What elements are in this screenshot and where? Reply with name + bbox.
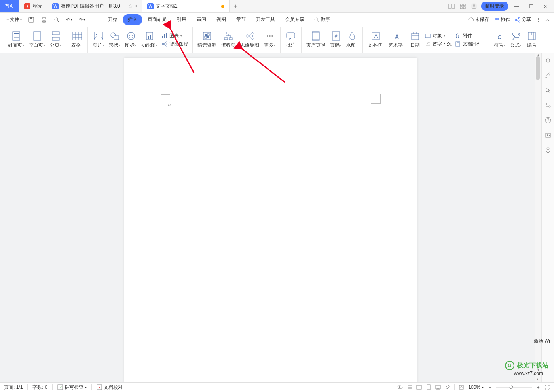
docres-button[interactable]: 稻壳资源 bbox=[195, 30, 219, 49]
svg-text:A: A bbox=[374, 33, 377, 39]
draft-view-icon[interactable] bbox=[445, 384, 450, 390]
tab-pdf-readonly-icon: ⎙ bbox=[129, 4, 131, 9]
read-view-icon[interactable] bbox=[416, 384, 422, 390]
tab-pdf-close[interactable]: ✕ bbox=[134, 4, 137, 9]
avatar-icon[interactable] bbox=[470, 2, 478, 10]
help-icon[interactable]: ? bbox=[544, 116, 552, 124]
page-break-button[interactable]: 分页▾ bbox=[47, 30, 64, 49]
tab-devtools[interactable]: 开发工具 bbox=[251, 14, 280, 25]
more-menu[interactable]: ⋮ bbox=[536, 17, 541, 23]
date-button[interactable]: 日期 bbox=[407, 30, 423, 49]
web-view-icon[interactable] bbox=[435, 384, 441, 390]
collapse-ribbon[interactable]: ︿ bbox=[545, 16, 550, 23]
chart-button[interactable]: 图表▾ bbox=[161, 32, 188, 39]
attachment-button[interactable]: 附件 bbox=[455, 32, 485, 39]
fit-icon[interactable] bbox=[459, 384, 464, 390]
textbox-button[interactable]: A文本框▾ bbox=[365, 30, 386, 49]
tab-layout[interactable]: 页面布局 bbox=[143, 14, 171, 25]
tab-home[interactable]: 首页 bbox=[0, 0, 19, 12]
zoom-slider[interactable] bbox=[496, 384, 532, 390]
tab-vip[interactable]: 会员专享 bbox=[281, 14, 309, 25]
window-list-icon[interactable] bbox=[448, 2, 456, 10]
menu-file[interactable]: ≡ 文件 ▾ bbox=[4, 15, 24, 25]
comment-button[interactable]: 批注 bbox=[283, 30, 299, 49]
svg-rect-59 bbox=[224, 38, 228, 40]
flowchart-button[interactable]: 流程图 bbox=[219, 30, 238, 49]
search-box[interactable]: 数字 bbox=[314, 16, 330, 23]
outline-view-icon[interactable] bbox=[407, 384, 412, 390]
pen-icon[interactable] bbox=[544, 71, 552, 79]
undo-button[interactable]: ↶ ▾ bbox=[64, 15, 75, 24]
print-button[interactable] bbox=[38, 15, 49, 25]
redo-button[interactable]: ↷ ▾ bbox=[76, 15, 87, 24]
pagenum-button[interactable]: #页码▾ bbox=[328, 30, 344, 49]
svg-rect-30 bbox=[73, 32, 82, 40]
smartart-button[interactable]: 智能图形 bbox=[161, 41, 188, 47]
tab-home-label: 首页 bbox=[5, 3, 14, 9]
maximize-button[interactable]: ☐ bbox=[526, 1, 537, 12]
grid-icon[interactable] bbox=[459, 2, 467, 10]
picture-button[interactable]: 图片▾ bbox=[90, 30, 106, 49]
location-icon[interactable] bbox=[544, 146, 552, 154]
svg-rect-55 bbox=[207, 34, 209, 36]
tab-review[interactable]: 审阅 bbox=[192, 14, 211, 25]
word-icon: W bbox=[147, 3, 154, 9]
mindmap-button[interactable]: 思维导图 bbox=[238, 30, 262, 49]
symbol-button[interactable]: Ω符号▾ bbox=[491, 30, 508, 49]
save-button[interactable] bbox=[26, 15, 37, 25]
watermark-button[interactable]: 水印▾ bbox=[344, 30, 360, 49]
docpart-button[interactable]: 文档部件▾ bbox=[455, 41, 485, 47]
tab-start[interactable]: 开始 bbox=[103, 14, 122, 25]
cover-page-button[interactable]: 封面页▾ bbox=[6, 30, 27, 49]
tab-shell[interactable]: ✦ 稻壳 bbox=[19, 0, 47, 12]
funcchart-button[interactable]: 功能图▾ bbox=[139, 30, 160, 49]
svg-rect-75 bbox=[287, 33, 295, 38]
icon-button[interactable]: 图标▾ bbox=[123, 30, 139, 49]
table-button[interactable]: 表格▾ bbox=[69, 30, 85, 49]
nav-toggle-icon[interactable]: ◂ bbox=[536, 377, 540, 381]
numbering-button[interactable]: 编号 bbox=[524, 30, 540, 49]
tab-add[interactable]: + bbox=[230, 0, 242, 12]
scroll-thumb[interactable] bbox=[536, 56, 540, 80]
minimize-button[interactable]: — bbox=[511, 1, 522, 12]
select-icon[interactable] bbox=[544, 86, 552, 94]
quickstart-icon[interactable] bbox=[544, 56, 552, 64]
fullscreen-icon[interactable] bbox=[545, 384, 550, 390]
unsaved-indicator[interactable]: 未保存 bbox=[468, 16, 489, 23]
tab-insert[interactable]: 插入 bbox=[123, 14, 142, 25]
object-button[interactable]: 对象▾ bbox=[425, 32, 452, 39]
eye-icon[interactable] bbox=[397, 384, 403, 390]
settings-icon[interactable] bbox=[544, 101, 552, 109]
svg-text:?: ? bbox=[546, 117, 549, 123]
tab-doc[interactable]: W 文字文稿1 bbox=[142, 0, 230, 12]
equation-button[interactable]: x公式▾ bbox=[508, 30, 524, 49]
blank-page-button[interactable]: 空白页▾ bbox=[27, 30, 47, 49]
dropcap-button[interactable]: A首字下沉 bbox=[425, 41, 452, 47]
shape-button[interactable]: 形状▾ bbox=[106, 30, 123, 49]
print-view-icon[interactable] bbox=[426, 384, 431, 390]
tab-view[interactable]: 视图 bbox=[212, 14, 231, 25]
zoom-in-button[interactable]: ＋ bbox=[536, 384, 541, 391]
tab-reference[interactable]: 引用 bbox=[172, 14, 191, 25]
tab-pdf[interactable]: W 极速PDF编辑器用户手册3.0 ⎙ ✕ bbox=[47, 0, 142, 12]
spellcheck-button[interactable]: 拼写检查 ▾ bbox=[57, 384, 87, 391]
wordart-button[interactable]: A艺术字▾ bbox=[386, 30, 407, 49]
tab-chapter[interactable]: 章节 bbox=[231, 14, 250, 25]
proofing-button[interactable]: 文档校对 bbox=[97, 384, 123, 391]
more-button[interactable]: 更多▾ bbox=[262, 30, 278, 49]
headerfooter-button[interactable]: 页眉页脚 bbox=[304, 30, 328, 49]
page[interactable]: ↵ bbox=[124, 58, 417, 382]
word-count[interactable]: 字数: 0 bbox=[32, 384, 47, 391]
zoom-level[interactable]: 100% ▾ bbox=[468, 384, 484, 390]
date-icon bbox=[410, 31, 420, 41]
preview-button[interactable] bbox=[51, 15, 62, 25]
svg-rect-56 bbox=[205, 36, 207, 38]
login-button[interactable]: 临时登录 bbox=[481, 2, 508, 11]
collab-button[interactable]: 协作 bbox=[494, 16, 510, 23]
zoom-out-button[interactable]: － bbox=[488, 384, 492, 391]
share-button[interactable]: 分享 bbox=[515, 16, 531, 23]
page-indicator[interactable]: 页面: 1/1 bbox=[4, 384, 23, 391]
image-tool-icon[interactable] bbox=[544, 131, 552, 139]
vertical-scrollbar[interactable]: ▴ ▾ ◂ bbox=[535, 53, 541, 382]
close-button[interactable]: ✕ bbox=[540, 1, 551, 12]
